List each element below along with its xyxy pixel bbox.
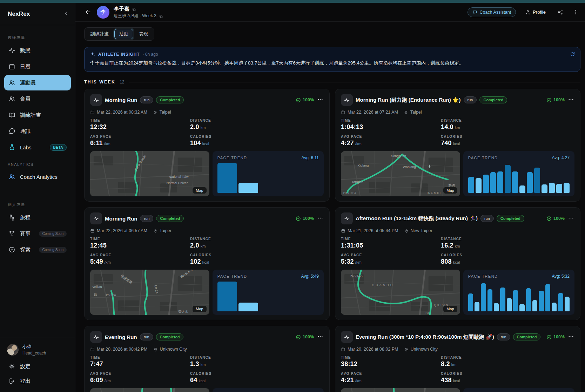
stat-pace-label: AVG PACE	[90, 135, 190, 138]
stat-calories-label: CALORIES	[190, 253, 324, 257]
activity-location: New Taipei	[411, 228, 432, 233]
activity-pulse-icon	[90, 331, 102, 343]
status-badge: Completed	[156, 96, 184, 103]
stat-pace-value: 4:27	[341, 140, 354, 147]
pace-bar	[490, 172, 496, 193]
activity-type-badge: run	[140, 215, 153, 222]
sidebar-item-calendar[interactable]: 日曆	[4, 59, 71, 74]
pace-trend-chart: PACE TREND Avg: 6:11	[213, 151, 324, 196]
stat-calories-unit: kcal	[453, 379, 460, 383]
sidebar-item-athletes[interactable]: 運動員	[4, 75, 71, 90]
stat-calories-label: CALORIES	[190, 135, 324, 138]
pace-bar	[534, 168, 540, 193]
athlete-subtitle: 週三班 A,B組 · Week 3	[114, 13, 156, 19]
copy-icon[interactable]	[159, 14, 163, 18]
card-menu-button[interactable]	[567, 215, 574, 222]
sidebar-item-coach-analytics[interactable]: Coach Analytics	[4, 169, 71, 184]
location-pin-icon	[404, 110, 408, 115]
card-menu-button[interactable]	[317, 333, 324, 340]
route-map-thumbnail[interactable]: Map	[90, 388, 209, 392]
stat-distance-value: 2.0	[190, 242, 199, 249]
pace-avg-value: Avg: 5:49	[301, 274, 319, 279]
more-options-button[interactable]	[572, 9, 579, 15]
stat-pace-label: AVG PACE	[341, 135, 441, 138]
user-name: 小偉	[22, 344, 46, 350]
stat-time-value: 7:47	[90, 360, 103, 367]
route-map-thumbnail[interactable]: Fuhe BridgeNational TaiwNormal UniverMap	[90, 151, 209, 196]
user-profile[interactable]: 小偉 Head_coach	[4, 342, 71, 359]
activity-type-badge: run	[140, 333, 153, 340]
sidebar-section-label: 個人專區	[8, 202, 75, 207]
sidebar-item-training-plans[interactable]: 訓練計畫	[4, 107, 71, 123]
sidebar-item-messages[interactable]: 通訊	[4, 123, 71, 139]
pace-bar	[468, 177, 474, 193]
pace-bars	[468, 282, 570, 311]
map-place-label: INGMEI	[427, 191, 441, 195]
stat-pace-unit: /km	[355, 142, 362, 146]
sidebar-item-settings[interactable]: 設定	[4, 359, 71, 374]
map-place-label: veiliau	[93, 285, 102, 289]
status-badge: Completed	[156, 215, 184, 222]
activity-date: Mar 20, 2026 at 08:02 PM	[348, 347, 398, 352]
stat-calories-unit: kcal	[202, 260, 209, 264]
pace-trend-chart: PACE TREND Avg: 5:49	[213, 270, 324, 315]
route-map-thumbnail[interactable]: Map	[341, 388, 460, 392]
sidebar-item-explore[interactable]: 探索 Coming Soon	[4, 242, 71, 257]
stat-time-value: 38:12	[341, 360, 357, 367]
tab-performance[interactable]: 表現	[134, 29, 153, 39]
pace-avg-value: Avg: 5:32	[552, 274, 570, 279]
map-place-label: HIJIAO	[343, 191, 357, 195]
back-button[interactable]	[84, 8, 92, 16]
tab-training-plan[interactable]: 訓練計畫	[86, 29, 114, 39]
profile-button[interactable]: Profile	[525, 9, 546, 15]
main-panel: 李 李子嘉 週三班 A,B組 · Week 3 Coach Assistant …	[75, 3, 585, 392]
card-menu-button[interactable]	[317, 215, 324, 222]
card-menu-button[interactable]	[567, 333, 574, 340]
stat-calories-value: 740	[441, 140, 452, 147]
copy-icon[interactable]	[132, 7, 136, 11]
sidebar-item-activity-feed[interactable]: 動態	[4, 43, 71, 58]
book-icon	[8, 111, 15, 119]
pace-bars	[468, 163, 570, 193]
check-circle-icon	[296, 334, 301, 340]
route-map-thumbnail[interactable]: SongguanXiulangWanlongTanqianHIJIAOINGME…	[341, 151, 460, 196]
athlete-name: 李子嘉	[114, 6, 129, 12]
stat-pace-value: 5:32	[341, 258, 354, 265]
activity-date: Mar 21, 2026 at 05:44 PM	[348, 228, 398, 233]
stat-calories-value: 104	[190, 140, 201, 147]
coming-soon-badge: Coming Soon	[39, 231, 67, 237]
activity-pulse-icon	[90, 212, 102, 224]
stat-time-label: TIME	[341, 237, 441, 241]
activity-date: Mar 22, 2026 at 07:21 AM	[348, 110, 398, 115]
ellipsis-icon	[317, 215, 323, 221]
refresh-insight-button[interactable]	[570, 52, 575, 57]
sidebar-item-labs[interactable]: Labs BETA	[4, 140, 71, 155]
card-menu-button[interactable]	[567, 96, 574, 103]
pace-bar	[519, 304, 524, 311]
coach-assistant-button[interactable]: Coach Assistant	[468, 7, 516, 17]
map-graphic	[90, 270, 209, 315]
card-menu-button[interactable]	[317, 96, 324, 103]
map-place-label: Songguan	[391, 154, 406, 158]
check-circle-icon	[546, 216, 552, 221]
pace-bar	[505, 165, 511, 193]
route-map-thumbnail[interactable]: 快速道路Section 3veiliauStZhuthuLn 24臺大水Map	[90, 270, 209, 315]
pace-bar	[512, 171, 518, 193]
sidebar-item-logout[interactable]: 登出	[4, 374, 71, 388]
section-divider	[129, 82, 580, 82]
sidebar-item-members[interactable]: 會員	[4, 91, 71, 107]
sidebar-item-journey[interactable]: 旅程	[4, 210, 71, 225]
share-button[interactable]	[557, 9, 563, 15]
completion-indicator: 100%	[544, 334, 565, 340]
content-scroll-area[interactable]: ATHLETE INSIGHT · 6h ago 李子嘉目前正在为2024芝加哥…	[75, 41, 585, 392]
activity-card: Morning Run (耐力跑 (Endurance Run) 🌟) run …	[335, 89, 580, 202]
sidebar-collapse-button[interactable]	[62, 10, 70, 18]
tab-activities[interactable]: 活動	[114, 29, 133, 39]
map-place-label: Xiulang	[358, 163, 369, 167]
stat-calories-unit: kcal	[453, 142, 460, 146]
sidebar-item-events[interactable]: 賽事 Coming Soon	[4, 226, 71, 241]
stat-calories-label: CALORIES	[441, 372, 574, 376]
route-map-thumbnail[interactable]: DingliaoGUANDUQILI'ANSHMap	[341, 270, 460, 315]
activity-card: Evening Run run Completed 100% Mar 20, 2…	[84, 326, 330, 392]
pace-bar	[507, 298, 512, 311]
